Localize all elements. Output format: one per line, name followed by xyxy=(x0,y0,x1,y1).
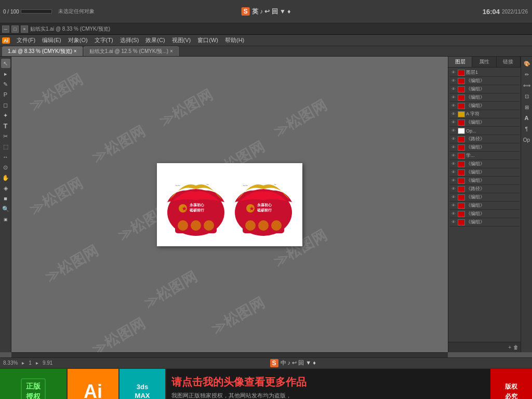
list-item[interactable]: 👁 《编组》 xyxy=(449,118,520,127)
tool-select[interactable]: ↖ xyxy=(1,59,10,68)
layer-visibility-icon[interactable]: 👁 xyxy=(450,161,457,167)
list-item[interactable]: 👁 《编组》 xyxy=(449,160,520,168)
tab-1[interactable]: 1.ai @ 8.33 % (CMYK/预览) × xyxy=(2,46,83,56)
panel-tab-links[interactable]: 链接 xyxy=(497,57,521,67)
artboard-nav[interactable]: ▸ xyxy=(22,360,24,366)
tool-zoom[interactable]: 🔍 xyxy=(1,204,10,214)
tool-scissors[interactable]: ✂ xyxy=(1,131,10,141)
layer-label: 《编组》 xyxy=(466,77,518,84)
color-picker-icon[interactable]: 🎨 xyxy=(522,59,531,68)
brush-icon[interactable]: ✏ xyxy=(522,70,531,79)
list-item[interactable]: 👁 《编组》 xyxy=(449,94,520,102)
watermark-4: ≫松图网 xyxy=(26,174,86,220)
menu-edit[interactable]: 编辑(E) xyxy=(39,35,64,45)
tool-fill[interactable]: ■ xyxy=(1,194,10,203)
svg-point-19 xyxy=(271,220,282,231)
layer-visibility-icon[interactable]: 👁 xyxy=(450,128,457,134)
layer-visibility-icon[interactable]: 👁 xyxy=(450,86,457,92)
page-nav[interactable]: ▸ xyxy=(36,360,38,366)
minimize-button[interactable]: ─ xyxy=(2,25,9,33)
list-item[interactable]: 👁 《编组》 xyxy=(449,218,520,227)
panel-tab-layers[interactable]: 图层 xyxy=(448,57,472,67)
list-item[interactable]: 👁 A 字符 xyxy=(449,110,520,118)
menu-window[interactable]: 窗口(W) xyxy=(194,35,221,45)
list-item[interactable]: 👁 《编组》 xyxy=(449,102,520,110)
list-item[interactable]: 👁 学... xyxy=(449,152,520,160)
copyright-badge: 版权 必究 xyxy=(490,369,532,399)
layer-label: A 字符 xyxy=(466,111,518,117)
menu-help[interactable]: 帮助(H) xyxy=(222,35,247,45)
canvas-area[interactable]: ≫松图网 ≫松图网 ≫松图网 ≫松图网 ≫松图网 ≫松图网 ≫松图网 ≫松图网 … xyxy=(11,57,448,352)
list-item[interactable]: 👁 Op... xyxy=(449,127,520,135)
layer-visibility-icon[interactable]: 👁 xyxy=(450,211,457,217)
layer-label: 《编组》 xyxy=(466,177,518,184)
list-item[interactable]: 👁 《编组》 xyxy=(449,77,520,85)
close-button[interactable]: × xyxy=(21,25,28,33)
layer-visibility-icon[interactable]: 👁 xyxy=(450,111,457,117)
character-icon[interactable]: A xyxy=(522,113,531,123)
menu-view[interactable]: 视图(V) xyxy=(169,35,194,45)
tool-type[interactable]: T xyxy=(1,121,10,130)
layer-visibility-icon[interactable]: 👁 xyxy=(450,103,457,109)
opacity-icon[interactable]: Op xyxy=(522,135,531,144)
svg-text:〜: 〜 xyxy=(206,183,209,186)
menu-object[interactable]: 对象(O) xyxy=(65,35,91,45)
list-item[interactable]: 👁 图层1 xyxy=(449,69,520,77)
layer-visibility-icon[interactable]: 👁 xyxy=(450,203,457,209)
3ds-app-icon[interactable]: 3ds MAX xyxy=(119,369,166,399)
menu-effect[interactable]: 效果(C) xyxy=(142,35,168,45)
layer-visibility-icon[interactable]: 👁 xyxy=(450,169,457,176)
panel-delete-layer-button[interactable]: 🗑 xyxy=(513,344,518,350)
align-icon[interactable]: ⟺ xyxy=(522,81,531,90)
tool-shape[interactable]: ◻ xyxy=(1,100,10,110)
panel-add-layer-button[interactable]: + xyxy=(508,344,511,350)
horizontal-scrollbar[interactable] xyxy=(11,352,448,357)
layer-visibility-icon[interactable]: 👁 xyxy=(450,219,457,225)
list-item[interactable]: 👁 《编组》 xyxy=(449,193,520,202)
tool-eyedropper[interactable]: ◈ xyxy=(1,183,10,193)
tool-hand[interactable]: ✋ xyxy=(1,173,10,182)
tool-path[interactable]: P xyxy=(1,90,10,99)
tool-artboard[interactable]: ▣ xyxy=(1,215,10,224)
layer-visibility-icon[interactable]: 👁 xyxy=(450,70,457,76)
list-item[interactable]: 👁 《编组》 xyxy=(449,202,520,210)
tool-star[interactable]: ✦ xyxy=(1,111,10,120)
tool-gradient[interactable]: ⬚ xyxy=(1,142,10,151)
layer-visibility-icon[interactable]: 👁 xyxy=(450,194,457,201)
layer-visibility-icon[interactable]: 👁 xyxy=(450,153,457,159)
progress-label: 0 / 100 xyxy=(3,9,19,15)
layer-visibility-icon[interactable]: 👁 xyxy=(450,78,457,84)
menu-select[interactable]: 选择(S) xyxy=(117,35,142,45)
list-item[interactable]: 👁 《编组》 xyxy=(449,85,520,94)
list-item[interactable]: 👁 《编组》 xyxy=(449,177,520,185)
tool-direct-select[interactable]: ▸ xyxy=(1,69,10,78)
list-item[interactable]: 👁 《编组》 xyxy=(449,168,520,177)
tool-blend[interactable]: ↔ xyxy=(1,152,10,162)
layer-thumbnail xyxy=(458,144,465,151)
ad-title[interactable]: 请点击我的头像查看更多作品 xyxy=(171,375,485,389)
layer-visibility-icon[interactable]: 👁 xyxy=(450,119,457,126)
progress-track[interactable] xyxy=(21,9,52,14)
ad-authorized-badge[interactable]: 正版 授权 xyxy=(0,369,68,399)
layer-visibility-icon[interactable]: 👁 xyxy=(450,178,457,184)
list-item[interactable]: 👁 《编组》 xyxy=(449,143,520,152)
list-item[interactable]: 👁 《路径》 xyxy=(449,185,520,193)
tool-rotate[interactable]: ⊙ xyxy=(1,163,10,172)
layer-visibility-icon[interactable]: 👁 xyxy=(450,186,457,192)
list-item[interactable]: 👁 《编组》 xyxy=(449,210,520,218)
panel-tab-properties[interactable]: 属性 xyxy=(472,57,496,67)
menu-text[interactable]: 文字(T) xyxy=(91,35,116,45)
layer-visibility-icon[interactable]: 👁 xyxy=(450,95,457,101)
paragraph-icon[interactable]: ¶ xyxy=(522,124,531,134)
menu-file[interactable]: 文件(F) xyxy=(14,35,38,45)
maximize-button[interactable]: □ xyxy=(11,25,19,33)
authorized-text-1: 正版 xyxy=(26,381,41,392)
tool-pen[interactable]: ✎ xyxy=(1,79,10,89)
pathfinder-icon[interactable]: ⊞ xyxy=(522,102,531,112)
transform-icon[interactable]: ⊡ xyxy=(522,91,531,101)
list-item[interactable]: 👁 《路径》 xyxy=(449,135,520,143)
ai-app-icon[interactable]: Ai xyxy=(68,369,119,399)
tab-2[interactable]: 贴纸文1.ai @ 12.5 % (CMYK/预...) × xyxy=(84,46,179,56)
layer-visibility-icon[interactable]: 👁 xyxy=(450,136,457,142)
layer-visibility-icon[interactable]: 👁 xyxy=(450,144,457,151)
